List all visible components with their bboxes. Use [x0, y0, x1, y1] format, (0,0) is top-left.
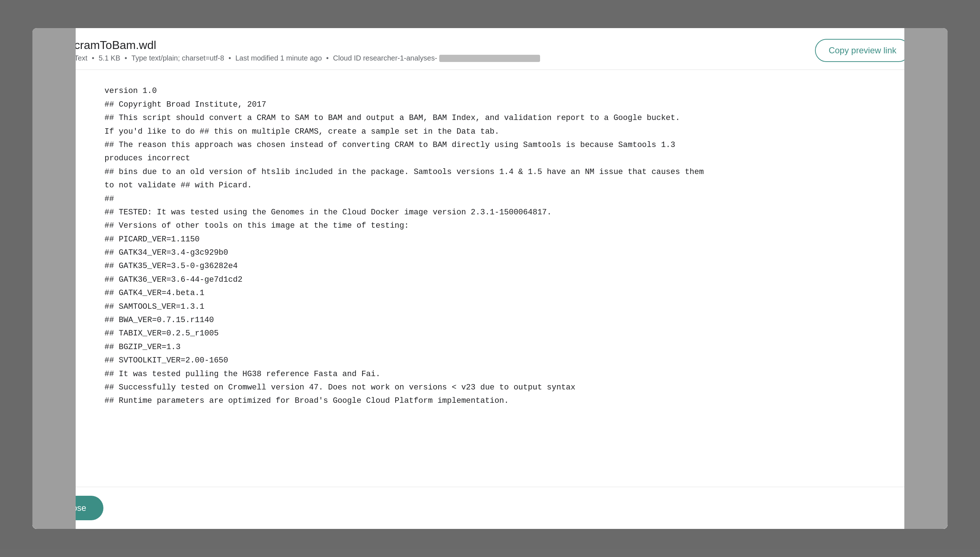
cloud-id-blur: [439, 55, 540, 62]
modal-footer: Close: [33, 487, 947, 529]
file-size: 5.1 KB: [88, 54, 120, 62]
mime-type: Type text/plain; charset=utf-8: [120, 54, 224, 62]
header-title-section: cramToBam.wdl Text 5.1 KB Type text/plai…: [74, 38, 806, 62]
last-modified: Last modified 1 minute ago: [224, 54, 322, 62]
file-title: cramToBam.wdl: [74, 38, 806, 52]
gray-panel-right: [904, 28, 947, 529]
modal-body: version 1.0 ## Copyright Broad Institute…: [33, 70, 947, 487]
file-meta: Text 5.1 KB Type text/plain; charset=utf…: [74, 54, 806, 62]
file-content: version 1.0 ## Copyright Broad Institute…: [104, 84, 904, 407]
file-type: Text: [74, 54, 88, 62]
modal-overlay: cramToBam.wdl Text 5.1 KB Type text/plai…: [0, 0, 980, 557]
cloud-id: Cloud ID researcher-1-analyses-: [322, 54, 540, 62]
copy-preview-link-button[interactable]: Copy preview link: [815, 39, 910, 62]
file-preview-modal: cramToBam.wdl Text 5.1 KB Type text/plai…: [33, 28, 947, 529]
gray-panel-left: [33, 28, 76, 529]
modal-header: cramToBam.wdl Text 5.1 KB Type text/plai…: [33, 28, 947, 70]
